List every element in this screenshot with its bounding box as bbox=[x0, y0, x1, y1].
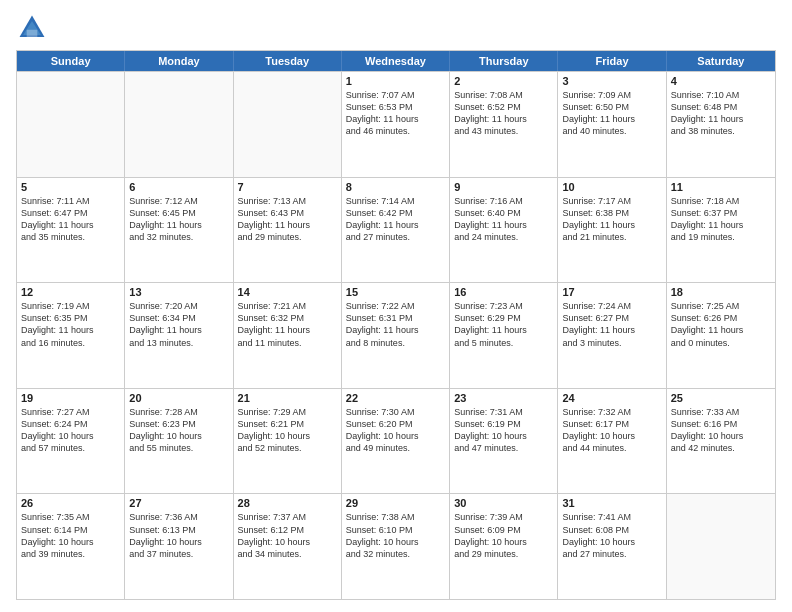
cal-cell bbox=[667, 494, 775, 599]
day-number: 2 bbox=[454, 75, 553, 87]
cal-week-1: 1Sunrise: 7:07 AM Sunset: 6:53 PM Daylig… bbox=[17, 71, 775, 177]
cell-text: Sunrise: 7:30 AM Sunset: 6:20 PM Dayligh… bbox=[346, 406, 445, 455]
day-number: 15 bbox=[346, 286, 445, 298]
cal-cell: 26Sunrise: 7:35 AM Sunset: 6:14 PM Dayli… bbox=[17, 494, 125, 599]
cell-text: Sunrise: 7:38 AM Sunset: 6:10 PM Dayligh… bbox=[346, 511, 445, 560]
calendar: SundayMondayTuesdayWednesdayThursdayFrid… bbox=[16, 50, 776, 600]
cell-text: Sunrise: 7:11 AM Sunset: 6:47 PM Dayligh… bbox=[21, 195, 120, 244]
cell-text: Sunrise: 7:16 AM Sunset: 6:40 PM Dayligh… bbox=[454, 195, 553, 244]
cal-week-4: 19Sunrise: 7:27 AM Sunset: 6:24 PM Dayli… bbox=[17, 388, 775, 494]
cal-cell: 3Sunrise: 7:09 AM Sunset: 6:50 PM Daylig… bbox=[558, 72, 666, 177]
cal-header-monday: Monday bbox=[125, 51, 233, 71]
cal-cell: 1Sunrise: 7:07 AM Sunset: 6:53 PM Daylig… bbox=[342, 72, 450, 177]
cell-text: Sunrise: 7:31 AM Sunset: 6:19 PM Dayligh… bbox=[454, 406, 553, 455]
cell-text: Sunrise: 7:24 AM Sunset: 6:27 PM Dayligh… bbox=[562, 300, 661, 349]
cell-text: Sunrise: 7:08 AM Sunset: 6:52 PM Dayligh… bbox=[454, 89, 553, 138]
day-number: 13 bbox=[129, 286, 228, 298]
cell-text: Sunrise: 7:39 AM Sunset: 6:09 PM Dayligh… bbox=[454, 511, 553, 560]
day-number: 20 bbox=[129, 392, 228, 404]
cal-cell: 16Sunrise: 7:23 AM Sunset: 6:29 PM Dayli… bbox=[450, 283, 558, 388]
logo-icon bbox=[16, 12, 48, 44]
logo bbox=[16, 12, 52, 44]
cal-cell: 20Sunrise: 7:28 AM Sunset: 6:23 PM Dayli… bbox=[125, 389, 233, 494]
cal-cell: 23Sunrise: 7:31 AM Sunset: 6:19 PM Dayli… bbox=[450, 389, 558, 494]
cal-cell: 22Sunrise: 7:30 AM Sunset: 6:20 PM Dayli… bbox=[342, 389, 450, 494]
cell-text: Sunrise: 7:33 AM Sunset: 6:16 PM Dayligh… bbox=[671, 406, 771, 455]
day-number: 6 bbox=[129, 181, 228, 193]
cell-text: Sunrise: 7:32 AM Sunset: 6:17 PM Dayligh… bbox=[562, 406, 661, 455]
day-number: 27 bbox=[129, 497, 228, 509]
day-number: 17 bbox=[562, 286, 661, 298]
cal-week-3: 12Sunrise: 7:19 AM Sunset: 6:35 PM Dayli… bbox=[17, 282, 775, 388]
day-number: 24 bbox=[562, 392, 661, 404]
cal-cell: 19Sunrise: 7:27 AM Sunset: 6:24 PM Dayli… bbox=[17, 389, 125, 494]
cal-cell: 10Sunrise: 7:17 AM Sunset: 6:38 PM Dayli… bbox=[558, 178, 666, 283]
cell-text: Sunrise: 7:25 AM Sunset: 6:26 PM Dayligh… bbox=[671, 300, 771, 349]
cell-text: Sunrise: 7:27 AM Sunset: 6:24 PM Dayligh… bbox=[21, 406, 120, 455]
calendar-body: 1Sunrise: 7:07 AM Sunset: 6:53 PM Daylig… bbox=[17, 71, 775, 599]
cal-week-2: 5Sunrise: 7:11 AM Sunset: 6:47 PM Daylig… bbox=[17, 177, 775, 283]
day-number: 28 bbox=[238, 497, 337, 509]
cal-cell: 15Sunrise: 7:22 AM Sunset: 6:31 PM Dayli… bbox=[342, 283, 450, 388]
cal-cell: 2Sunrise: 7:08 AM Sunset: 6:52 PM Daylig… bbox=[450, 72, 558, 177]
cal-header-wednesday: Wednesday bbox=[342, 51, 450, 71]
cell-text: Sunrise: 7:12 AM Sunset: 6:45 PM Dayligh… bbox=[129, 195, 228, 244]
cell-text: Sunrise: 7:14 AM Sunset: 6:42 PM Dayligh… bbox=[346, 195, 445, 244]
cal-header-tuesday: Tuesday bbox=[234, 51, 342, 71]
day-number: 30 bbox=[454, 497, 553, 509]
day-number: 16 bbox=[454, 286, 553, 298]
cell-text: Sunrise: 7:29 AM Sunset: 6:21 PM Dayligh… bbox=[238, 406, 337, 455]
cal-cell: 14Sunrise: 7:21 AM Sunset: 6:32 PM Dayli… bbox=[234, 283, 342, 388]
cal-cell: 9Sunrise: 7:16 AM Sunset: 6:40 PM Daylig… bbox=[450, 178, 558, 283]
day-number: 1 bbox=[346, 75, 445, 87]
calendar-header-row: SundayMondayTuesdayWednesdayThursdayFrid… bbox=[17, 51, 775, 71]
cal-header-sunday: Sunday bbox=[17, 51, 125, 71]
cell-text: Sunrise: 7:21 AM Sunset: 6:32 PM Dayligh… bbox=[238, 300, 337, 349]
cell-text: Sunrise: 7:36 AM Sunset: 6:13 PM Dayligh… bbox=[129, 511, 228, 560]
cal-cell bbox=[125, 72, 233, 177]
cell-text: Sunrise: 7:09 AM Sunset: 6:50 PM Dayligh… bbox=[562, 89, 661, 138]
cell-text: Sunrise: 7:23 AM Sunset: 6:29 PM Dayligh… bbox=[454, 300, 553, 349]
cal-cell: 31Sunrise: 7:41 AM Sunset: 6:08 PM Dayli… bbox=[558, 494, 666, 599]
cell-text: Sunrise: 7:17 AM Sunset: 6:38 PM Dayligh… bbox=[562, 195, 661, 244]
cal-cell: 4Sunrise: 7:10 AM Sunset: 6:48 PM Daylig… bbox=[667, 72, 775, 177]
cal-cell: 25Sunrise: 7:33 AM Sunset: 6:16 PM Dayli… bbox=[667, 389, 775, 494]
cal-cell bbox=[234, 72, 342, 177]
day-number: 26 bbox=[21, 497, 120, 509]
cell-text: Sunrise: 7:41 AM Sunset: 6:08 PM Dayligh… bbox=[562, 511, 661, 560]
day-number: 8 bbox=[346, 181, 445, 193]
day-number: 29 bbox=[346, 497, 445, 509]
cal-cell: 27Sunrise: 7:36 AM Sunset: 6:13 PM Dayli… bbox=[125, 494, 233, 599]
cal-week-5: 26Sunrise: 7:35 AM Sunset: 6:14 PM Dayli… bbox=[17, 493, 775, 599]
cal-cell: 5Sunrise: 7:11 AM Sunset: 6:47 PM Daylig… bbox=[17, 178, 125, 283]
cell-text: Sunrise: 7:20 AM Sunset: 6:34 PM Dayligh… bbox=[129, 300, 228, 349]
cell-text: Sunrise: 7:37 AM Sunset: 6:12 PM Dayligh… bbox=[238, 511, 337, 560]
cal-cell: 13Sunrise: 7:20 AM Sunset: 6:34 PM Dayli… bbox=[125, 283, 233, 388]
cal-cell: 11Sunrise: 7:18 AM Sunset: 6:37 PM Dayli… bbox=[667, 178, 775, 283]
header bbox=[16, 12, 776, 44]
cal-cell: 21Sunrise: 7:29 AM Sunset: 6:21 PM Dayli… bbox=[234, 389, 342, 494]
cal-cell: 29Sunrise: 7:38 AM Sunset: 6:10 PM Dayli… bbox=[342, 494, 450, 599]
cell-text: Sunrise: 7:18 AM Sunset: 6:37 PM Dayligh… bbox=[671, 195, 771, 244]
day-number: 12 bbox=[21, 286, 120, 298]
cal-cell: 12Sunrise: 7:19 AM Sunset: 6:35 PM Dayli… bbox=[17, 283, 125, 388]
day-number: 25 bbox=[671, 392, 771, 404]
day-number: 10 bbox=[562, 181, 661, 193]
day-number: 23 bbox=[454, 392, 553, 404]
cal-cell: 28Sunrise: 7:37 AM Sunset: 6:12 PM Dayli… bbox=[234, 494, 342, 599]
day-number: 22 bbox=[346, 392, 445, 404]
cal-cell: 24Sunrise: 7:32 AM Sunset: 6:17 PM Dayli… bbox=[558, 389, 666, 494]
cell-text: Sunrise: 7:19 AM Sunset: 6:35 PM Dayligh… bbox=[21, 300, 120, 349]
cell-text: Sunrise: 7:13 AM Sunset: 6:43 PM Dayligh… bbox=[238, 195, 337, 244]
cal-cell: 17Sunrise: 7:24 AM Sunset: 6:27 PM Dayli… bbox=[558, 283, 666, 388]
day-number: 14 bbox=[238, 286, 337, 298]
cell-text: Sunrise: 7:22 AM Sunset: 6:31 PM Dayligh… bbox=[346, 300, 445, 349]
day-number: 3 bbox=[562, 75, 661, 87]
cal-cell: 30Sunrise: 7:39 AM Sunset: 6:09 PM Dayli… bbox=[450, 494, 558, 599]
cal-cell bbox=[17, 72, 125, 177]
day-number: 4 bbox=[671, 75, 771, 87]
svg-rect-2 bbox=[27, 30, 38, 37]
cal-header-saturday: Saturday bbox=[667, 51, 775, 71]
day-number: 9 bbox=[454, 181, 553, 193]
day-number: 5 bbox=[21, 181, 120, 193]
